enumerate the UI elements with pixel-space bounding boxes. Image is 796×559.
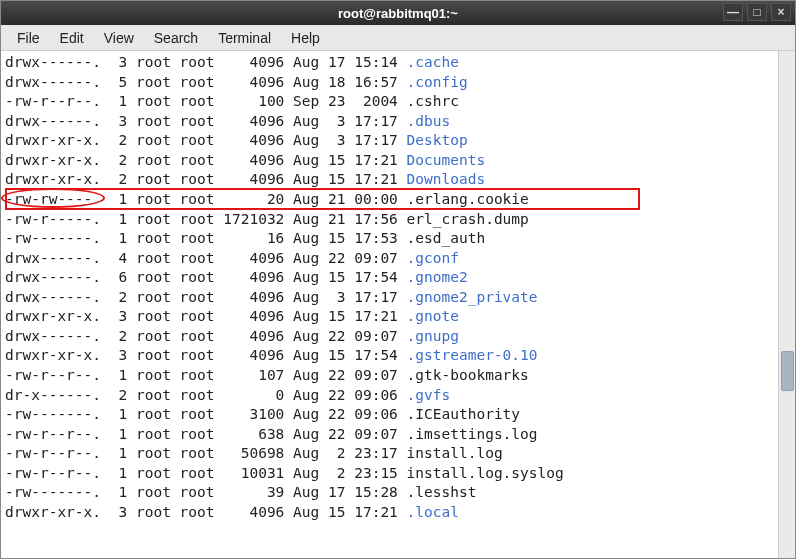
listing-filename: .cshrc bbox=[407, 93, 459, 109]
listing-filename: .dbus bbox=[407, 113, 451, 129]
listing-row: -rw-------. 1 root root 3100 Aug 22 09:0… bbox=[5, 405, 791, 425]
listing-meta: drwxr-xr-x. 2 root root 4096 Aug 3 17:17 bbox=[5, 132, 407, 148]
listing-row: drwxr-xr-x. 3 root root 4096 Aug 15 17:2… bbox=[5, 503, 791, 523]
listing-filename: Desktop bbox=[407, 132, 468, 148]
listing-filename: .gvfs bbox=[407, 387, 451, 403]
listing-filename: .erlang.cookie bbox=[407, 191, 529, 207]
listing-meta: drwx------. 2 root root 4096 Aug 3 17:17 bbox=[5, 289, 407, 305]
listing-row: drwx------. 3 root root 4096 Aug 17 15:1… bbox=[5, 53, 791, 73]
listing-meta: drwx------. 2 root root 4096 Aug 22 09:0… bbox=[5, 328, 407, 344]
listing-filename: .gstreamer-0.10 bbox=[407, 347, 538, 363]
listing-row: -rw-------. 1 root root 39 Aug 17 15:28 … bbox=[5, 483, 791, 503]
listing-meta: drwx------. 5 root root 4096 Aug 18 16:5… bbox=[5, 74, 407, 90]
listing-filename: .gnome2_private bbox=[407, 289, 538, 305]
listing-meta: -rw-rw---- 1 root root 20 Aug 21 00:00 bbox=[5, 191, 407, 207]
titlebar: root@rabbitmq01:~ — □ × bbox=[1, 1, 795, 25]
listing-meta: -rw-r--r--. 1 root root 10031 Aug 2 23:1… bbox=[5, 465, 407, 481]
listing-filename: install.log bbox=[407, 445, 503, 461]
listing-filename: .gconf bbox=[407, 250, 459, 266]
listing-filename: .config bbox=[407, 74, 468, 90]
listing-meta: -rw-r--r--. 1 root root 107 Aug 22 09:07 bbox=[5, 367, 407, 383]
listing-meta: -rw-r--r--. 1 root root 50698 Aug 2 23:1… bbox=[5, 445, 407, 461]
listing-filename: .esd_auth bbox=[407, 230, 486, 246]
terminal-area[interactable]: drwx------. 3 root root 4096 Aug 17 15:1… bbox=[1, 51, 795, 558]
listing-filename: Documents bbox=[407, 152, 486, 168]
listing-meta: drwxr-xr-x. 3 root root 4096 Aug 15 17:5… bbox=[5, 347, 407, 363]
listing-meta: drwxr-xr-x. 2 root root 4096 Aug 15 17:2… bbox=[5, 152, 407, 168]
listing-meta: -rw-r--r--. 1 root root 638 Aug 22 09:07 bbox=[5, 426, 407, 442]
listing-meta: dr-x------. 2 root root 0 Aug 22 09:06 bbox=[5, 387, 407, 403]
scrollbar[interactable] bbox=[778, 51, 795, 558]
listing-filename: .ICEauthority bbox=[407, 406, 521, 422]
listing-meta: drwx------. 3 root root 4096 Aug 17 15:1… bbox=[5, 54, 407, 70]
listing-row: -rw-rw---- 1 root root 20 Aug 21 00:00 .… bbox=[5, 190, 791, 210]
listing-row: -rw-------. 1 root root 16 Aug 15 17:53 … bbox=[5, 229, 791, 249]
listing-filename: .gtk-bookmarks bbox=[407, 367, 529, 383]
menu-edit[interactable]: Edit bbox=[50, 28, 94, 48]
listing-filename: .gnupg bbox=[407, 328, 459, 344]
listing-meta: -rw-------. 1 root root 3100 Aug 22 09:0… bbox=[5, 406, 407, 422]
listing-row: dr-x------. 2 root root 0 Aug 22 09:06 .… bbox=[5, 386, 791, 406]
listing-row: drwx------. 3 root root 4096 Aug 3 17:17… bbox=[5, 112, 791, 132]
listing-meta: drwx------. 6 root root 4096 Aug 15 17:5… bbox=[5, 269, 407, 285]
listing-meta: -rw-r--r--. 1 root root 100 Sep 23 2004 bbox=[5, 93, 407, 109]
listing-filename: .lesshst bbox=[407, 484, 477, 500]
listing-row: drwxr-xr-x. 2 root root 4096 Aug 3 17:17… bbox=[5, 131, 791, 151]
listing-filename: .local bbox=[407, 504, 459, 520]
listing-meta: -rw-r-----. 1 root root 1721032 Aug 21 1… bbox=[5, 211, 407, 227]
listing-row: -rw-r--r--. 1 root root 638 Aug 22 09:07… bbox=[5, 425, 791, 445]
listing-meta: drwxr-xr-x. 3 root root 4096 Aug 15 17:2… bbox=[5, 308, 407, 324]
maximize-button[interactable]: □ bbox=[747, 3, 767, 21]
listing-row: -rw-r--r--. 1 root root 10031 Aug 2 23:1… bbox=[5, 464, 791, 484]
listing-meta: drwxr-xr-x. 3 root root 4096 Aug 15 17:2… bbox=[5, 504, 407, 520]
window-controls: — □ × bbox=[723, 3, 791, 21]
menu-help[interactable]: Help bbox=[281, 28, 330, 48]
listing-row: -rw-r--r--. 1 root root 107 Aug 22 09:07… bbox=[5, 366, 791, 386]
listing-meta: drwxr-xr-x. 2 root root 4096 Aug 15 17:2… bbox=[5, 171, 407, 187]
scroll-thumb[interactable] bbox=[781, 351, 794, 391]
listing-row: drwxr-xr-x. 3 root root 4096 Aug 15 17:2… bbox=[5, 307, 791, 327]
minimize-button[interactable]: — bbox=[723, 3, 743, 21]
listing-row: -rw-r--r--. 1 root root 100 Sep 23 2004 … bbox=[5, 92, 791, 112]
listing-meta: -rw-------. 1 root root 16 Aug 15 17:53 bbox=[5, 230, 407, 246]
window-title: root@rabbitmq01:~ bbox=[338, 6, 458, 21]
menu-terminal[interactable]: Terminal bbox=[208, 28, 281, 48]
terminal-window: root@rabbitmq01:~ — □ × File Edit View S… bbox=[0, 0, 796, 559]
menu-file[interactable]: File bbox=[7, 28, 50, 48]
listing-row: drwxr-xr-x. 3 root root 4096 Aug 15 17:5… bbox=[5, 346, 791, 366]
listing-row: -rw-r-----. 1 root root 1721032 Aug 21 1… bbox=[5, 210, 791, 230]
listing-meta: drwx------. 3 root root 4096 Aug 3 17:17 bbox=[5, 113, 407, 129]
listing-filename: .gnote bbox=[407, 308, 459, 324]
listing-row: drwx------. 6 root root 4096 Aug 15 17:5… bbox=[5, 268, 791, 288]
listing-filename: .imsettings.log bbox=[407, 426, 538, 442]
menu-search[interactable]: Search bbox=[144, 28, 208, 48]
menu-view[interactable]: View bbox=[94, 28, 144, 48]
listing-row: drwx------. 4 root root 4096 Aug 22 09:0… bbox=[5, 249, 791, 269]
listing-row: drwxr-xr-x. 2 root root 4096 Aug 15 17:2… bbox=[5, 170, 791, 190]
listing-row: drwx------. 5 root root 4096 Aug 18 16:5… bbox=[5, 73, 791, 93]
listing-filename: install.log.syslog bbox=[407, 465, 564, 481]
terminal-output: drwx------. 3 root root 4096 Aug 17 15:1… bbox=[1, 51, 795, 525]
listing-row: drwxr-xr-x. 2 root root 4096 Aug 15 17:2… bbox=[5, 151, 791, 171]
listing-row: drwx------. 2 root root 4096 Aug 3 17:17… bbox=[5, 288, 791, 308]
close-button[interactable]: × bbox=[771, 3, 791, 21]
listing-row: -rw-r--r--. 1 root root 50698 Aug 2 23:1… bbox=[5, 444, 791, 464]
listing-filename: Downloads bbox=[407, 171, 486, 187]
listing-meta: drwx------. 4 root root 4096 Aug 22 09:0… bbox=[5, 250, 407, 266]
menubar: File Edit View Search Terminal Help bbox=[1, 25, 795, 51]
listing-row: drwx------. 2 root root 4096 Aug 22 09:0… bbox=[5, 327, 791, 347]
listing-meta: -rw-------. 1 root root 39 Aug 17 15:28 bbox=[5, 484, 407, 500]
listing-filename: erl_crash.dump bbox=[407, 211, 529, 227]
listing-filename: .gnome2 bbox=[407, 269, 468, 285]
listing-filename: .cache bbox=[407, 54, 459, 70]
